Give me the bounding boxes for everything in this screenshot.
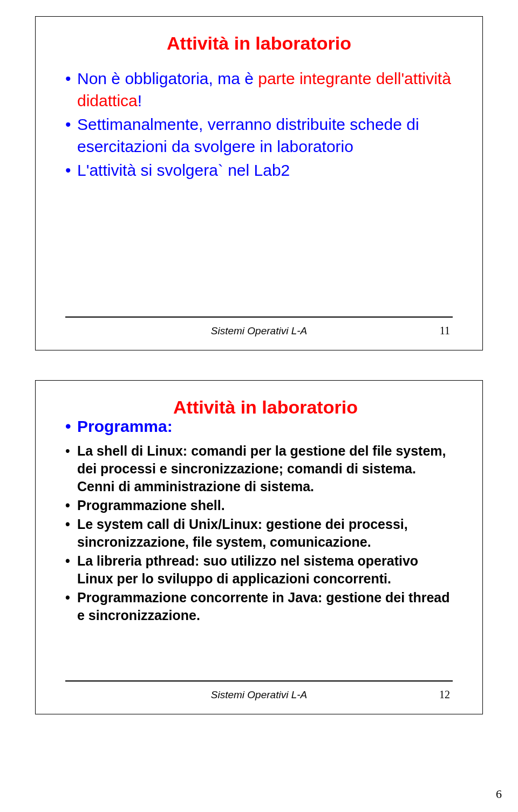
slide2-header-row: Attività in laboratorio [65, 397, 453, 418]
text: Non è obbligatoria, ma è [77, 70, 258, 87]
slide1-footer: Sistemi Operativi L-A 11 [36, 325, 482, 337]
footer-text: Sistemi Operativi L-A [211, 325, 307, 336]
doc-page-number: 6 [496, 787, 502, 801]
text: ! [138, 92, 142, 109]
footer-rule [65, 680, 453, 682]
slide1-bullet-1: Non è obbligatoria, ma è parte integrant… [65, 68, 453, 112]
slide2-bullet-4: La libreria pthread: suo utilizzo nel si… [65, 552, 453, 588]
slide1-bullet-2: Settimanalmente, verranno distribuite sc… [65, 114, 453, 157]
slide2-title-red: Attività in laboratorio [173, 397, 358, 418]
slide2-bullet-5: Programmazione concorrente in Java: gest… [65, 589, 453, 624]
slide1-title: Attività in laboratorio [65, 33, 453, 54]
footer-text: Sistemi Operativi L-A [211, 689, 307, 700]
slide1-bullet-3: L'attività si svolgera` nel Lab2 [65, 160, 453, 182]
slide2-top-bullets: Programma: [65, 416, 453, 438]
slide2-programma: Programma: [65, 416, 453, 438]
slide-2: Attività in laboratorio Programma: La sh… [35, 380, 483, 714]
slide2-bullets: La shell di Linux: comandi per la gestio… [65, 442, 453, 624]
text-bold: La shell di Linux: comandi per la gestio… [77, 443, 446, 494]
slide2-bullet-3: Le system call di Unix/Linux: gestione d… [65, 515, 453, 551]
footer-rule [65, 316, 453, 318]
slide-1: Attività in laboratorio Non è obbligator… [35, 16, 483, 350]
slide2-bullet-2: Programmazione shell. [65, 497, 453, 514]
page: Attività in laboratorio Non è obbligator… [0, 0, 518, 812]
slide2-bullet-1: La shell di Linux: comandi per la gestio… [65, 442, 453, 496]
slide1-bullets: Non è obbligatoria, ma è parte integrant… [65, 68, 453, 182]
programma-label: Programma: [77, 417, 173, 435]
slide2-page-num: 12 [439, 689, 450, 701]
slide1-page-num: 11 [440, 325, 450, 337]
slide2-footer: Sistemi Operativi L-A 12 [36, 689, 482, 701]
